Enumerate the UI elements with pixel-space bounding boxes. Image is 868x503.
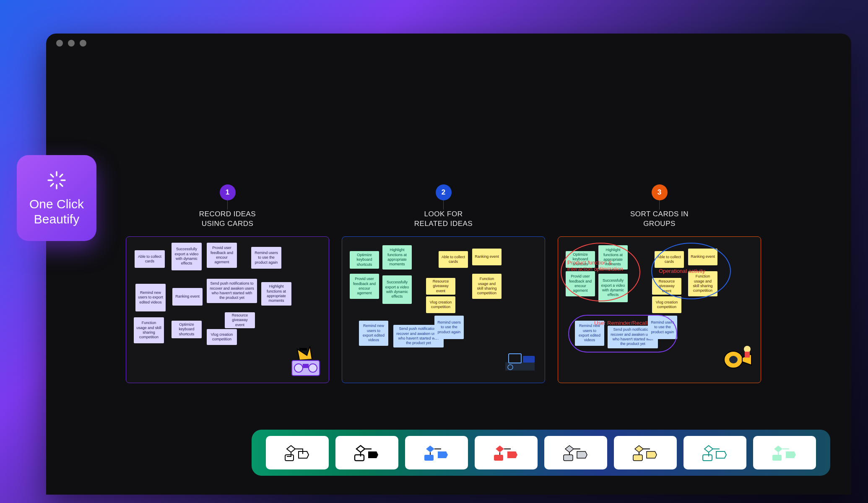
boombox-illustration xyxy=(287,343,325,379)
one-click-beautify-button[interactable]: One Click Beautify xyxy=(17,155,96,241)
badge-connector xyxy=(443,200,444,210)
svg-point-11 xyxy=(744,346,751,353)
svg-rect-18 xyxy=(633,455,642,461)
sticky-card[interactable]: Function usage and skill sharing competi… xyxy=(472,274,502,299)
sticky-card[interactable]: Able to collect cards xyxy=(439,251,468,268)
sticky-card[interactable]: Provid user feedback and encour agement xyxy=(566,271,595,296)
svg-rect-13 xyxy=(285,455,294,461)
svg-point-8 xyxy=(508,365,513,370)
svg-rect-5 xyxy=(505,362,535,371)
sticky-card[interactable]: Resource giveaway event xyxy=(652,278,681,295)
style-option-4[interactable] xyxy=(475,436,538,469)
sticky-card[interactable]: Able to collect cards xyxy=(135,250,165,268)
window-control-maximize[interactable] xyxy=(80,40,86,47)
svg-rect-6 xyxy=(509,354,521,363)
style-option-5[interactable] xyxy=(544,436,607,469)
section-title-2: LOOK FOR RELATED IDEAS xyxy=(414,210,473,229)
svg-rect-12 xyxy=(745,352,750,358)
sticky-card[interactable]: Highlight functions at appropriate momen… xyxy=(261,282,291,306)
style-option-3[interactable] xyxy=(405,436,468,469)
sparkle-icon xyxy=(46,170,67,191)
style-option-6[interactable] xyxy=(614,436,677,469)
svg-rect-16 xyxy=(494,455,503,461)
svg-line-28 xyxy=(51,184,53,186)
sticky-card[interactable]: Optimize keyboard shortcuts xyxy=(350,251,379,269)
sticky-card[interactable]: Ranking event xyxy=(688,249,717,265)
svg-point-9 xyxy=(724,351,743,368)
svg-point-10 xyxy=(729,356,738,363)
svg-line-25 xyxy=(51,174,53,177)
annotation-reminder: User Reminder/Recall xyxy=(594,320,647,326)
svg-rect-4 xyxy=(299,348,307,350)
svg-rect-7 xyxy=(523,356,535,363)
sticky-card[interactable]: Successfully export a video with dynamic… xyxy=(382,275,412,304)
board-3[interactable]: Product function & interaction optimizat… xyxy=(558,236,761,383)
section-title-1: RECORD IDEAS USING CARDS xyxy=(199,210,256,229)
sticky-card[interactable]: Ranking event xyxy=(172,288,203,306)
sticky-card[interactable]: Remind users to use the product again xyxy=(648,316,677,339)
beautify-label-2: Beautify xyxy=(34,212,79,227)
window-control-close[interactable] xyxy=(56,40,63,47)
style-toolbar xyxy=(252,430,830,476)
beautify-label-1: One Click xyxy=(29,197,84,212)
style-option-2[interactable] xyxy=(335,436,398,469)
sticky-card[interactable]: Provid user feedback and encour agement xyxy=(350,274,379,299)
svg-line-27 xyxy=(60,174,62,177)
app-window: 1 RECORD IDEAS USING CARDS Able to colle… xyxy=(46,34,851,495)
section-sort-groups: 3 SORT CARDS IN GROUPS Product function … xyxy=(558,184,761,383)
section-title-line: USING CARDS xyxy=(202,220,254,228)
section-title-line: LOOK FOR xyxy=(424,210,463,218)
sticky-card[interactable]: Ranking event xyxy=(472,249,502,265)
style-option-7[interactable] xyxy=(683,436,746,469)
svg-rect-0 xyxy=(292,360,320,376)
sticky-card[interactable]: Vlog creation competition xyxy=(426,296,455,313)
sticky-card[interactable]: Vlog creation competition xyxy=(652,296,681,313)
sticky-card[interactable]: Highlight functions at appropriate momen… xyxy=(382,245,412,270)
annotation-product: Product function & interaction optimizat… xyxy=(567,259,637,272)
sticky-card[interactable]: Remind new users to export edited videos xyxy=(135,284,166,311)
section-title-line: RELATED IDEAS xyxy=(414,220,473,228)
sticky-card[interactable]: Function usage and skill sharing competi… xyxy=(134,317,164,343)
badge-connector xyxy=(659,200,660,210)
sticky-card[interactable]: Able to collect cards xyxy=(655,251,684,268)
desk-illustration xyxy=(501,345,539,377)
svg-rect-3 xyxy=(303,364,309,368)
svg-rect-15 xyxy=(424,455,434,461)
sticky-card[interactable]: Vlog creation competition xyxy=(207,329,237,345)
annotation-operational: Operational activity xyxy=(659,268,705,274)
sticky-card[interactable]: Send push notifications to recover and a… xyxy=(207,279,257,303)
style-option-1[interactable] xyxy=(266,436,329,469)
window-control-minimize[interactable] xyxy=(68,40,75,47)
badge-connector xyxy=(227,200,228,210)
section-look-for-related: 2 LOOK FOR RELATED IDEAS Optimize keyboa… xyxy=(342,184,545,383)
sticky-card[interactable]: Function usage and skill sharing competi… xyxy=(688,271,717,296)
sticky-card[interactable]: Remind users to use the product again xyxy=(434,316,464,339)
section-title-line: GROUPS xyxy=(643,220,676,228)
boards-row: 1 RECORD IDEAS USING CARDS Able to colle… xyxy=(126,184,761,383)
svg-rect-19 xyxy=(703,455,712,461)
board-2[interactable]: Optimize keyboard shortcuts Highlight fu… xyxy=(342,236,545,383)
section-title-line: SORT CARDS IN xyxy=(630,210,689,218)
board-1[interactable]: Able to collect cards Successfully expor… xyxy=(126,236,329,383)
step-badge-1: 1 xyxy=(220,184,236,200)
svg-point-1 xyxy=(294,364,303,372)
sticky-card[interactable]: Successfully export a video with dynamic… xyxy=(598,274,628,302)
sticky-card[interactable]: Resource giveaway event xyxy=(426,278,455,295)
svg-point-2 xyxy=(309,364,317,372)
sticky-card[interactable]: Resource giveaway event xyxy=(225,312,255,328)
section-title-line: RECORD IDEAS xyxy=(199,210,256,218)
svg-rect-17 xyxy=(564,455,573,461)
megaphone-illustration xyxy=(719,341,756,374)
sticky-card[interactable]: Successfully export a video with dynamic… xyxy=(172,243,202,270)
section-record-ideas: 1 RECORD IDEAS USING CARDS Able to colle… xyxy=(126,184,329,383)
sticky-card[interactable]: Optimize keyboard shortcuts xyxy=(172,321,202,338)
style-option-8[interactable] xyxy=(753,436,816,469)
sticky-card[interactable]: Remind new users to export edited videos xyxy=(359,321,388,346)
section-title-3: SORT CARDS IN GROUPS xyxy=(630,210,689,229)
window-titlebar xyxy=(46,34,851,53)
svg-rect-20 xyxy=(772,455,782,461)
svg-rect-14 xyxy=(355,455,364,461)
step-badge-3: 3 xyxy=(652,184,668,200)
sticky-card[interactable]: Provid user feedback and encour agement xyxy=(207,243,237,268)
sticky-card[interactable]: Remind users to use the product again xyxy=(251,247,281,269)
